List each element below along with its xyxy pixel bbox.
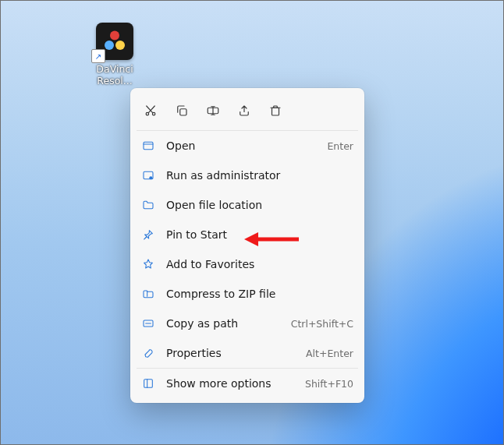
- svg-rect-7: [272, 108, 279, 115]
- copy-icon: [175, 104, 189, 118]
- more-options-icon: [141, 376, 155, 390]
- menu-item-run-as-administrator[interactable]: Run as administrator: [135, 161, 360, 190]
- menu-item-properties[interactable]: Properties Alt+Enter: [135, 338, 360, 368]
- delete-button[interactable]: [260, 97, 291, 124]
- menu-item-accelerator: Shift+F10: [305, 378, 353, 390]
- menu-item-label: Run as administrator: [166, 169, 353, 182]
- copy-button[interactable]: [166, 97, 197, 124]
- menu-item-label: Copy as path: [166, 317, 291, 330]
- open-icon: [141, 139, 155, 153]
- menu-item-label: Pin to Start: [166, 228, 353, 241]
- menu-item-label: Add to Favorites: [166, 258, 353, 270]
- menu-item-pin-to-start[interactable]: Pin to Start: [135, 220, 360, 249]
- zip-icon: [141, 287, 155, 301]
- rename-button[interactable]: [197, 97, 229, 124]
- desktop-shortcut-label: DaVinci Resol...: [85, 63, 144, 87]
- folder-icon: [141, 198, 155, 212]
- cut-button[interactable]: [135, 97, 166, 124]
- svg-point-0: [110, 31, 119, 41]
- share-button[interactable]: [229, 97, 260, 124]
- menu-item-label: Open file location: [166, 199, 353, 211]
- svg-rect-12: [144, 380, 153, 388]
- desktop-shortcut-davinci-resolve[interactable]: ↗ DaVinci Resol...: [85, 23, 144, 87]
- menu-item-accelerator: Ctrl+Shift+C: [291, 318, 353, 330]
- menu-item-show-more-options[interactable]: Show more options Shift+F10: [135, 369, 360, 398]
- menu-item-copy-as-path[interactable]: Copy as path Ctrl+Shift+C: [135, 309, 360, 338]
- menu-item-label: Open: [166, 140, 327, 152]
- menu-item-label: Compress to ZIP file: [166, 288, 353, 300]
- desktop-wallpaper: ↗ DaVinci Resol...: [0, 0, 504, 445]
- scissors-icon: [144, 104, 158, 118]
- menu-item-label: Properties: [166, 347, 306, 359]
- menu-item-label: Show more options: [166, 377, 305, 390]
- svg-point-10: [149, 176, 152, 179]
- wrench-icon: [141, 346, 155, 360]
- rename-icon: [206, 104, 220, 118]
- pin-icon: [141, 228, 155, 242]
- menu-item-add-to-favorites[interactable]: Add to Favorites: [135, 249, 360, 279]
- menu-item-open[interactable]: Open Enter: [135, 131, 360, 161]
- app-icon-davinci-resolve: ↗: [96, 23, 133, 60]
- quick-actions-row: [135, 93, 360, 130]
- context-menu: Open Enter Run as administrator Open fil…: [130, 88, 364, 403]
- svg-point-1: [105, 41, 114, 50]
- svg-rect-5: [180, 109, 186, 115]
- menu-item-accelerator: Alt+Enter: [306, 348, 353, 359]
- copy-path-icon: [141, 316, 155, 330]
- menu-item-accelerator: Enter: [327, 140, 353, 152]
- svg-rect-8: [144, 142, 153, 149]
- trash-icon: [268, 104, 282, 118]
- svg-point-2: [115, 41, 125, 50]
- shield-admin-icon: [141, 168, 155, 182]
- star-icon: [141, 257, 155, 271]
- shortcut-arrow-badge: ↗: [91, 49, 105, 63]
- share-icon: [237, 104, 251, 118]
- menu-item-open-file-location[interactable]: Open file location: [135, 190, 360, 220]
- menu-item-compress-to-zip[interactable]: Compress to ZIP file: [135, 279, 360, 309]
